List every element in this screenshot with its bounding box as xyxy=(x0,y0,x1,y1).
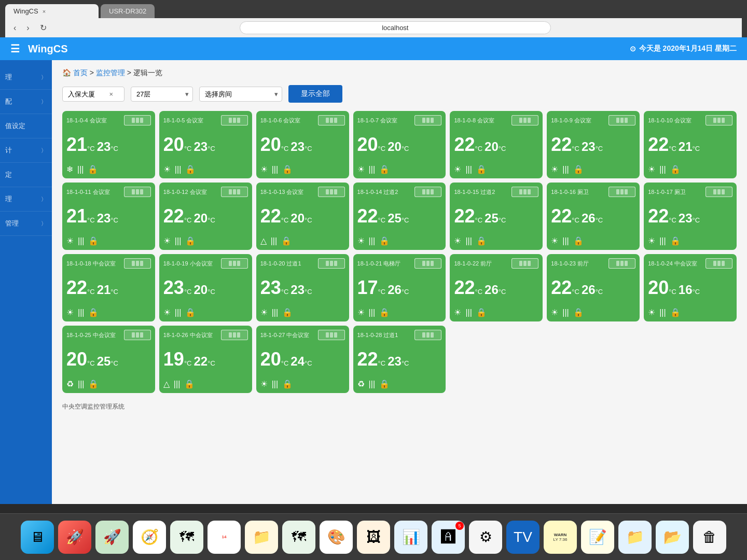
card-temps: 22°C20°C xyxy=(454,135,538,154)
ac-unit-icon xyxy=(511,187,538,197)
sidebar-item-6[interactable]: 管理 〉 xyxy=(0,212,52,236)
card-header: 18-1-0-15 过道2 xyxy=(454,187,538,197)
card-footer: ☀|||🔒 xyxy=(163,236,248,246)
card-footer: ☀|||🔒 xyxy=(357,307,442,317)
url-bar[interactable]: localhost xyxy=(240,21,551,34)
dock-photos[interactable]: 🖼 xyxy=(357,521,390,554)
card-18-1-0-18[interactable]: 18-1-0-18 中会议室 22°C21°C ☀|||🔒 xyxy=(62,254,155,321)
room-select[interactable]: 选择房间 xyxy=(199,87,282,102)
card-header: 18-1-0-10 会议室 xyxy=(648,115,732,125)
dock-notes[interactable]: 📝 xyxy=(581,521,614,554)
ac-unit-icon xyxy=(124,258,151,269)
card-footer: ☀|||🔒 xyxy=(260,164,345,174)
dock-appstore[interactable]: 🅰 5 xyxy=(432,521,465,554)
sidebar-item-5[interactable]: 理 〉 xyxy=(0,187,52,212)
sidebar-item-0[interactable]: 理 〉 xyxy=(0,65,52,90)
dock-folder[interactable]: 📁 xyxy=(245,521,278,554)
dock-finder[interactable]: 🖥 xyxy=(21,521,54,554)
dock-charts[interactable]: 📊 xyxy=(394,521,427,554)
dock-folder3[interactable]: 📂 xyxy=(656,521,689,554)
card-temps: 20°C20°C xyxy=(357,135,442,154)
dock-safari[interactable]: 🧭 xyxy=(133,521,166,554)
menu-icon[interactable]: ☰ xyxy=(10,43,20,55)
forward-button[interactable]: › xyxy=(23,22,32,34)
card-temps: 20°C16°C xyxy=(648,278,732,297)
card-18-1-0-22[interactable]: 18-1-0-22 前厅 22°C26°C ☀|||🔒 xyxy=(450,254,543,321)
dock-folder2[interactable]: 📁 xyxy=(618,521,652,554)
card-18-1-0-25[interactable]: 18-1-0-25 中会议室 20°C25°C ♻|||🔒 xyxy=(62,326,155,393)
card-footer: ☀|||🔒 xyxy=(648,164,732,174)
dock-trash[interactable]: 🗑 xyxy=(693,521,726,554)
dock-calendar[interactable]: 14 xyxy=(208,521,241,554)
card-header: 18-1-0-22 前厅 xyxy=(454,258,538,269)
breadcrumb-monitor[interactable]: 监控管理 xyxy=(96,68,125,77)
card-18-1-0-14[interactable]: 18-1-0-14 过道2 22°C25°C ☀|||🔒 xyxy=(353,183,446,250)
floor-select[interactable]: 27层 xyxy=(131,87,193,102)
card-18-1-0-17[interactable]: 18-1-0-17 厕卫 22°C23°C ☀|||🔒 xyxy=(644,183,737,250)
card-18-1-0-7[interactable]: 18-1-0-7 会议室 20°C20°C ☀|||🔒 xyxy=(353,111,446,178)
sidebar-item-3[interactable]: 计 〉 xyxy=(0,138,52,163)
ac-unit-icon xyxy=(221,187,248,197)
card-18-1-0-13[interactable]: 18-1-0-13 会议室 22°C20°C △|||🔒 xyxy=(256,183,349,250)
card-18-1-0-12[interactable]: 18-1-0-12 会议室 22°C20°C ☀|||🔒 xyxy=(159,183,252,250)
browser-toolbar: ‹ › ↻ localhost xyxy=(5,18,742,37)
dock-maps2[interactable]: 🗺 xyxy=(282,521,315,554)
card-18-1-0-28[interactable]: 18-1-0-28 过道1 22°C23°C ♻|||🔒 xyxy=(353,326,446,393)
card-header: 18-1-0-11 会议室 xyxy=(66,187,151,197)
dock-rocket[interactable]: 🚀 xyxy=(95,521,129,554)
header-date: ⊙ 今天是 2020年1月14日 星期二 xyxy=(630,44,737,53)
card-18-1-0-19[interactable]: 18-1-0-19 小会议室 23°C20°C ☀|||🔒 xyxy=(159,254,252,321)
dock-warning[interactable]: WARN LY 7:36 xyxy=(544,521,577,554)
card-18-1-0-27[interactable]: 18-1-0-27 中会议室 20°C24°C ☀|||🔒 xyxy=(256,326,349,393)
building-select-wrapper: 入保大厦 xyxy=(62,87,125,102)
dock-color[interactable]: 🎨 xyxy=(320,521,353,554)
sidebar-label-4: 定 xyxy=(5,170,12,179)
card-18-1-0-6[interactable]: 18-1-0-6 会议室 20°C23°C ☀|||🔒 xyxy=(256,111,349,178)
card-footer: ❄|||🔒 xyxy=(66,164,151,174)
dock-launchpad[interactable]: 🚀 xyxy=(58,521,91,554)
card-header: 18-1-0-26 中会议室 xyxy=(163,330,248,340)
show-all-button[interactable]: 显示全部 xyxy=(288,85,342,103)
card-header: 18-1-0-27 中会议室 xyxy=(260,330,345,340)
refresh-button[interactable]: ↻ xyxy=(37,22,50,34)
dock-map[interactable]: 🗺 xyxy=(170,521,203,554)
sidebar-item-1[interactable]: 配 〉 xyxy=(0,90,52,114)
card-18-1-0-24[interactable]: 18-1-0-24 中会议室 20°C16°C ☀|||🔒 xyxy=(644,254,737,321)
card-18-1-0-23[interactable]: 18-1-0-23 前厅 22°C26°C ☀|||🔒 xyxy=(547,254,640,321)
card-footer: ☀|||🔒 xyxy=(454,164,538,174)
tab-close-icon[interactable]: × xyxy=(43,8,46,15)
sidebar-item-2[interactable]: 值设定 xyxy=(0,114,52,138)
card-footer: ☀|||🔒 xyxy=(357,164,442,174)
card-18-1-0-20[interactable]: 18-1-0-20 过道1 23°C23°C ☀|||🔒 xyxy=(256,254,349,321)
card-18-1-0-9[interactable]: 18-1-0-9 会议室 22°C23°C ☀|||🔒 xyxy=(547,111,640,178)
card-18-1-0-5[interactable]: 18-1-0-5 会议室 20°C23°C ☀|||🔒 xyxy=(159,111,252,178)
card-header: 18-1-0-25 中会议室 xyxy=(66,330,151,340)
back-button[interactable]: ‹ xyxy=(10,22,19,34)
sidebar-item-4[interactable]: 定 xyxy=(0,163,52,187)
card-header: 18-1-0-17 厕卫 xyxy=(648,187,732,197)
card-footer: ☀|||🔒 xyxy=(648,236,732,246)
card-18-1-0-15[interactable]: 18-1-0-15 过道2 22°C25°C ☀|||🔒 xyxy=(450,183,543,250)
breadcrumb-home[interactable]: 首页 xyxy=(73,68,88,77)
dock-teamviewer[interactable]: TV xyxy=(506,521,540,554)
card-temps: 21°C23°C xyxy=(66,135,151,154)
tab-usr-dr302[interactable]: USR-DR302 xyxy=(101,4,155,18)
dock-settings[interactable]: ⚙ xyxy=(469,521,502,554)
card-18-1-0-21[interactable]: 18-1-0-21 电梯厅 17°C26°C ☀|||🔒 xyxy=(353,254,446,321)
sidebar-arrow-0: 〉 xyxy=(41,74,47,81)
card-18-1-0-26[interactable]: 18-1-0-26 中会议室 19°C22°C △|||🔒 xyxy=(159,326,252,393)
card-18-1-0-4[interactable]: 18-1-0-4 会议室 21°C23°C ❄|||🔒 xyxy=(62,111,155,178)
card-footer: ☀|||🔒 xyxy=(260,307,345,317)
card-18-1-0-10[interactable]: 18-1-0-10 会议室 22°C21°C ☀|||🔒 xyxy=(644,111,737,178)
building-select[interactable]: 入保大厦 xyxy=(62,87,125,102)
card-18-1-0-11[interactable]: 18-1-0-11 会议室 21°C23°C ☀|||🔒 xyxy=(62,183,155,250)
card-18-1-0-8[interactable]: 18-1-0-8 会议室 22°C20°C ☀|||🔒 xyxy=(450,111,543,178)
sidebar-label-1: 配 xyxy=(5,97,12,106)
card-18-1-0-16[interactable]: 18-1-0-16 厕卫 22°C26°C ☀|||🔒 xyxy=(547,183,640,250)
card-temps: 22°C26°C xyxy=(454,278,538,297)
breadcrumb: 🏠 首页 > 监控管理 > 逻辑一览 xyxy=(62,68,737,78)
card-footer: △|||🔒 xyxy=(260,236,345,246)
card-header: 18-1-0-7 会议室 xyxy=(357,115,442,125)
tab-wingcs[interactable]: WingCS × xyxy=(5,4,99,18)
card-header: 18-1-0-16 厕卫 xyxy=(551,187,635,197)
